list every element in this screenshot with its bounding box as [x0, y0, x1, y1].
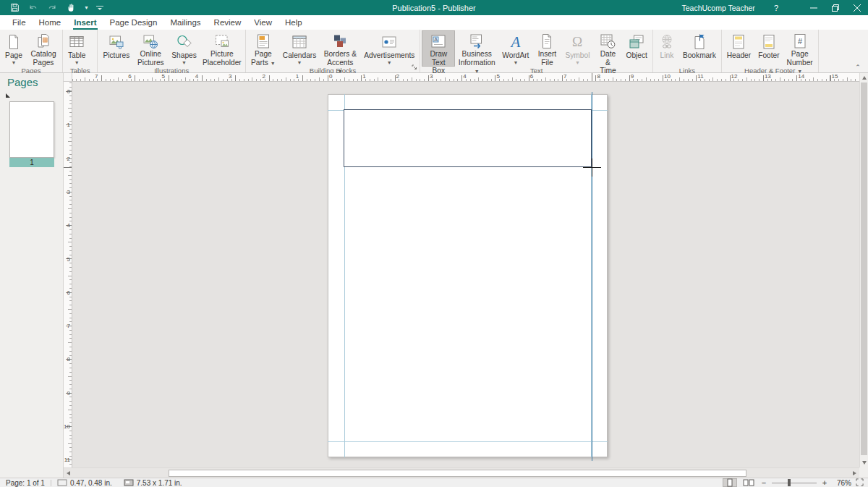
two-page-spread-view-button[interactable]: [741, 478, 756, 487]
layout-guide-vertical: [592, 92, 592, 461]
wordart-button[interactable]: A WordArt ▼: [498, 30, 532, 67]
page-indicator[interactable]: Page: 1 of 1: [0, 478, 51, 487]
shapes-icon: [176, 33, 193, 51]
page-thumbnail-item[interactable]: 1: [9, 101, 54, 167]
scroll-left-arrow[interactable]: [67, 471, 70, 475]
pages-panel-collapse-icon[interactable]: [6, 93, 10, 98]
fit-page-button[interactable]: [856, 478, 864, 487]
wordart-icon: A: [507, 33, 524, 51]
touch-mode-dropdown[interactable]: ▼: [84, 5, 89, 11]
object-button[interactable]: Object: [622, 30, 650, 67]
insert-file-button[interactable]: Insert File: [532, 30, 561, 67]
single-page-view-button[interactable]: [723, 478, 737, 487]
vertical-ruler[interactable]: 01234567891011: [64, 82, 72, 467]
page-thumbnail-number[interactable]: 1: [9, 158, 54, 167]
page-button[interactable]: Page ▼: [1, 30, 26, 67]
ribbon-group-pages: Page ▼ Catalog Pages Pages: [0, 30, 63, 72]
link-button[interactable]: Link: [655, 30, 679, 67]
date-time-icon: [599, 33, 616, 50]
business-information-icon: [468, 33, 485, 50]
pages-panel: Pages 1: [0, 73, 64, 478]
catalog-pages-button[interactable]: Catalog Pages: [26, 30, 61, 67]
scroll-up-arrow[interactable]: [862, 76, 867, 80]
shapes-button[interactable]: Shapes ▼: [168, 30, 200, 67]
online-pictures-button[interactable]: Online Pictures: [133, 30, 168, 67]
date-time-button[interactable]: Date & Time: [593, 30, 622, 67]
restore-button[interactable]: [825, 0, 846, 15]
zoom-level[interactable]: 76%: [833, 479, 851, 487]
bookmark-button[interactable]: Bookmark: [679, 30, 720, 67]
help-button[interactable]: ?: [774, 4, 778, 12]
online-pictures-icon: [142, 33, 159, 50]
calendars-icon: [291, 33, 308, 51]
svg-text:#: #: [798, 37, 803, 46]
horizontal-ruler[interactable]: 7654321012345678910111213141516: [64, 73, 859, 82]
page-number-icon: #: [791, 33, 809, 50]
table-button[interactable]: Table ▼: [64, 30, 89, 67]
tab-review[interactable]: Review: [208, 16, 248, 30]
undo-button[interactable]: [27, 2, 39, 14]
footer-button[interactable]: Footer: [754, 30, 783, 67]
tab-file[interactable]: File: [6, 16, 33, 30]
publication-canvas[interactable]: [72, 82, 859, 467]
page-parts-icon: [255, 33, 272, 50]
page-number-button[interactable]: # Page Number ▼: [783, 30, 817, 67]
zoom-in-button[interactable]: +: [821, 478, 828, 487]
tab-help[interactable]: Help: [278, 16, 309, 30]
header-icon: [730, 33, 747, 51]
quick-access-toolbar: ▼: [0, 2, 103, 14]
picture-placeholder-button[interactable]: Picture Placeholder: [200, 30, 244, 67]
tab-page-design[interactable]: Page Design: [103, 16, 164, 30]
text-box-being-drawn[interactable]: [344, 109, 592, 167]
svg-text:A: A: [434, 37, 438, 42]
table-icon: [68, 33, 85, 51]
minimize-icon: [810, 4, 817, 12]
touch-mode-button[interactable]: [65, 2, 77, 14]
redo-button[interactable]: [46, 2, 58, 14]
borders-accents-icon: [331, 33, 349, 50]
business-information-button[interactable]: Business Information ▼: [455, 30, 498, 67]
tab-mailings[interactable]: Mailings: [163, 16, 207, 30]
status-bar: Page: 1 of 1 0.47, 0.48 in. 7.53 x 1.71 …: [0, 478, 868, 487]
ribbon-group-links: Link Bookmark Links: [653, 30, 722, 72]
calendars-button[interactable]: Calendars ▼: [279, 30, 320, 67]
object-icon: [628, 33, 645, 51]
close-button[interactable]: [846, 0, 868, 15]
horizontal-scrollbar-thumb[interactable]: [169, 470, 746, 477]
tab-view[interactable]: View: [247, 16, 278, 30]
tab-home[interactable]: Home: [33, 16, 68, 30]
pictures-button[interactable]: Pictures: [99, 30, 133, 67]
tab-insert[interactable]: Insert: [67, 16, 103, 30]
publisher-window: ▼ Publication5 - Publisher TeachUcomp Te…: [0, 0, 868, 487]
fit-page-icon: [856, 478, 864, 486]
picture-placeholder-icon: [213, 33, 231, 50]
scroll-down-arrow[interactable]: [862, 461, 867, 465]
page-parts-button[interactable]: Page Parts ▼: [247, 30, 279, 67]
catalog-pages-icon: [35, 33, 52, 50]
page-thumbnail[interactable]: [9, 101, 54, 158]
minimize-button[interactable]: [803, 0, 825, 15]
zoom-slider[interactable]: [772, 483, 817, 483]
undo-icon: [28, 3, 38, 13]
customize-qat-button[interactable]: [96, 6, 103, 10]
link-icon: [658, 33, 676, 51]
draw-text-box-button[interactable]: A Draw Text Box: [422, 30, 455, 67]
account-name[interactable]: TeachUcomp Teacher: [682, 4, 755, 12]
borders-accents-button[interactable]: Borders & Accents ▼: [320, 30, 360, 67]
ribbon-group-header-footer: Header Footer # Page Number ▼ Header & F…: [722, 30, 819, 72]
touch-mode-icon: [67, 3, 76, 12]
zoom-out-button[interactable]: −: [760, 478, 767, 487]
collapse-ribbon-button[interactable]: ⌃: [852, 64, 864, 71]
header-button[interactable]: Header: [723, 30, 754, 67]
building-blocks-dialog-launcher[interactable]: [410, 63, 419, 72]
vertical-scrollbar-thumb[interactable]: [861, 82, 867, 455]
save-button[interactable]: [9, 2, 20, 14]
advertisements-button[interactable]: Advertisements ▼: [360, 30, 418, 67]
symbol-button[interactable]: Ω Symbol ▼: [561, 30, 593, 67]
zoom-slider-thumb[interactable]: [788, 479, 791, 486]
ribbon-group-building-blocks: Page Parts ▼ Calendars ▼ Borders & Accen…: [246, 30, 420, 72]
scroll-right-arrow[interactable]: [853, 471, 856, 475]
horizontal-scrollbar[interactable]: [64, 467, 859, 478]
insert-file-icon: [538, 33, 556, 50]
redo-icon: [47, 3, 57, 13]
